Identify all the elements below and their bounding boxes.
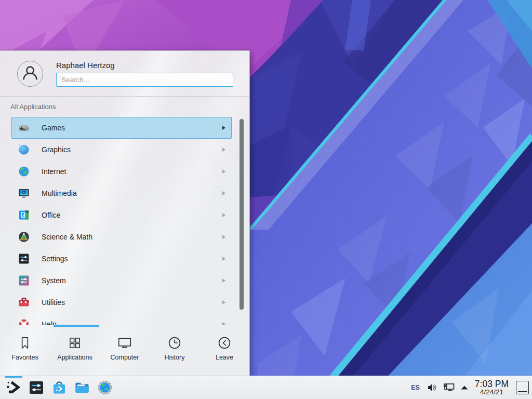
menu-item-label: Science & Math <box>42 233 92 241</box>
menu-item-label: Graphics <box>42 145 71 154</box>
taskbar-button-system-settings[interactable] <box>25 376 48 399</box>
gamepad-icon <box>18 122 30 134</box>
menu-item-label: Utilities <box>42 298 65 307</box>
tab-favorites[interactable]: Favorites <box>0 327 50 376</box>
tab-label: History <box>165 354 185 361</box>
menu-item-label: Multimedia <box>42 189 77 197</box>
taskbar-button-file-manager[interactable] <box>71 376 94 399</box>
menu-item-label: Office <box>42 211 60 219</box>
text-caret <box>60 75 60 84</box>
system-icon <box>18 274 30 287</box>
tab-label: Computer <box>111 354 139 361</box>
taskbar-button-web-browser[interactable] <box>94 376 116 399</box>
clock-date: 4/24/21 <box>475 389 509 396</box>
user-name: Raphael Hertzog <box>56 61 233 70</box>
network-icon[interactable] <box>443 382 456 393</box>
digital-clock[interactable]: 7:03 PM 4/24/21 <box>475 379 509 396</box>
graphics-icon <box>18 143 30 156</box>
search-input[interactable] <box>56 73 233 87</box>
submenu-arrow-icon <box>222 126 225 130</box>
menu-item-office[interactable]: Office <box>11 204 232 226</box>
taskbar-button-app-launcher[interactable] <box>2 376 25 399</box>
submenu-arrow-icon <box>222 257 225 261</box>
menu-item-label: Settings <box>42 255 68 263</box>
desktop: Raphael Hertzog All Applications GamesGr… <box>0 0 532 399</box>
submenu-arrow-icon <box>222 213 225 217</box>
multimedia-icon <box>18 187 30 200</box>
volume-icon[interactable] <box>427 382 438 393</box>
menu-item-games[interactable]: Games <box>11 117 232 139</box>
menu-item-multimedia[interactable]: Multimedia <box>11 182 232 204</box>
tab-history[interactable]: History <box>150 327 200 376</box>
submenu-arrow-icon <box>222 235 225 239</box>
tab-leave[interactable]: Leave <box>200 327 249 376</box>
keyboard-layout-indicator[interactable]: ES <box>411 384 420 391</box>
tab-computer[interactable]: Computer <box>100 327 150 376</box>
task-launchers <box>2 376 116 399</box>
expand-tray-icon[interactable] <box>460 382 469 393</box>
globe-icon <box>18 165 30 178</box>
discover-icon <box>51 379 68 396</box>
help-icon <box>18 318 30 325</box>
footer-separator <box>0 325 249 325</box>
search-box <box>56 73 233 87</box>
menu-item-settings[interactable]: Settings <box>11 248 232 270</box>
tab-applications[interactable]: Applications <box>50 327 100 376</box>
submenu-arrow-icon <box>222 148 225 152</box>
menu-item-science-math[interactable]: Science & Math <box>11 226 232 248</box>
settings-icon <box>18 252 30 265</box>
show-desktop-button[interactable] <box>516 381 529 394</box>
category-list: GamesGraphicsInternetMultimediaOfficeSci… <box>11 117 232 325</box>
application-launcher-popup: Raphael Hertzog All Applications GamesGr… <box>0 50 250 376</box>
menu-item-utilities[interactable]: Utilities <box>11 291 232 313</box>
menu-item-label: System <box>42 276 66 285</box>
system-tray: ES 7:03 PM 4/24/21 <box>411 376 532 399</box>
leave-icon <box>217 335 232 351</box>
browser-icon <box>97 379 113 396</box>
section-label: All Applications <box>10 103 56 111</box>
launcher-tab-bar: FavoritesApplicationsComputerHistoryLeav… <box>0 327 249 376</box>
submenu-arrow-icon <box>222 169 225 174</box>
submenu-arrow-icon <box>222 278 225 283</box>
menu-item-internet[interactable]: Internet <box>11 161 232 182</box>
computer-icon <box>117 335 132 351</box>
submenu-arrow-icon <box>222 300 225 304</box>
launcher-header: Raphael Hertzog <box>0 51 249 97</box>
kde-launcher-icon <box>5 379 22 396</box>
list-scrollbar[interactable] <box>240 119 244 310</box>
grid-icon <box>67 335 83 351</box>
menu-item-help[interactable]: Help <box>11 313 232 325</box>
office-icon <box>18 209 30 221</box>
bookmark-icon <box>17 335 33 351</box>
user-icon <box>18 61 43 87</box>
tab-label: Applications <box>57 354 92 361</box>
menu-item-label: Games <box>42 124 65 132</box>
tab-label: Favorites <box>11 354 38 361</box>
system-settings-icon <box>28 379 45 396</box>
menu-item-label: Internet <box>42 167 66 176</box>
menu-item-system[interactable]: System <box>11 270 232 291</box>
submenu-arrow-icon <box>222 191 225 195</box>
menu-item-label: Help <box>42 320 57 325</box>
clock-time: 7:03 PM <box>475 379 509 389</box>
utilities-icon <box>18 296 30 309</box>
history-icon <box>167 335 182 351</box>
taskbar-panel: ES 7:03 PM 4/24/21 <box>0 376 532 399</box>
tab-label: Leave <box>216 354 233 361</box>
folder-icon <box>74 379 90 396</box>
taskbar-button-discover[interactable] <box>48 376 71 399</box>
user-avatar[interactable] <box>17 61 43 87</box>
science-icon <box>18 231 30 243</box>
menu-item-graphics[interactable]: Graphics <box>11 139 232 161</box>
